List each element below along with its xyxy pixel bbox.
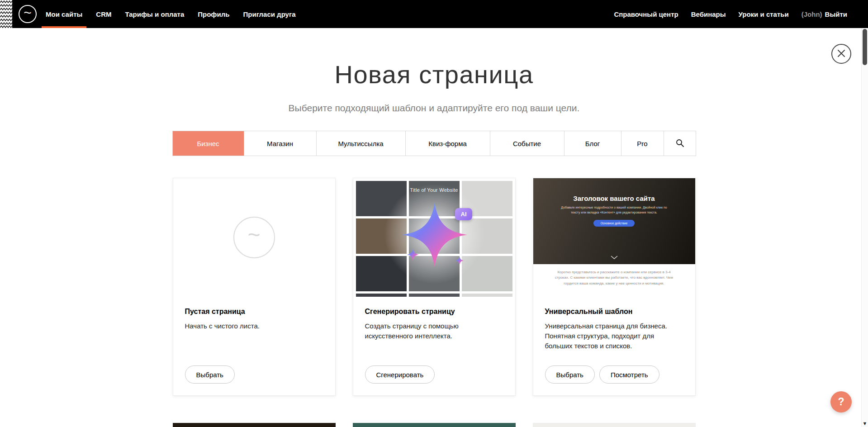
card-description: Создать страницу с помощью искусственног… xyxy=(365,321,503,341)
preview-hero-title: Заголовок вашего сайта xyxy=(573,195,655,202)
ai-badge: AI xyxy=(455,208,472,220)
template-category-tabs: Бизнес Магазин Мультиссылка Квиз-форма С… xyxy=(172,131,696,156)
secondary-menu: Справочный центр Вебинары Уроки и статьи… xyxy=(614,10,868,18)
tab-search[interactable] xyxy=(664,131,696,156)
tab-business[interactable]: Бизнес xyxy=(173,131,244,156)
generate-button[interactable]: Сгенерировать xyxy=(365,365,435,384)
template-card-partial[interactable] xyxy=(533,423,696,427)
close-icon xyxy=(837,49,845,59)
tab-multilink[interactable]: Мультиссылка xyxy=(316,131,405,156)
tab-blog[interactable]: Блог xyxy=(564,131,621,156)
choose-blank-button[interactable]: Выбрать xyxy=(185,365,235,384)
template-card-partial[interactable] xyxy=(173,423,336,427)
page-subtitle: Выберите подходящий шаблон и адаптируйте… xyxy=(289,103,580,114)
template-cards-row: ~ Пустая страница Начать с чистого листа… xyxy=(173,178,696,396)
page-title: Новая страница xyxy=(334,60,533,89)
blank-page-preview: ~ xyxy=(173,178,335,297)
next-template-row xyxy=(173,423,696,427)
tab-event[interactable]: Событие xyxy=(490,131,564,156)
template-card-blank[interactable]: ~ Пустая страница Начать с чистого листа… xyxy=(173,178,336,396)
nav-item-profile[interactable]: Профиль xyxy=(198,0,229,28)
scrollbar-thumb[interactable] xyxy=(863,29,867,65)
ai-generate-preview: Title of Your Website xyxy=(353,178,515,297)
card-title: Универсальный шаблон xyxy=(545,308,683,316)
preview-body-text: Коротко представьтесь и расскажите о ком… xyxy=(554,270,674,297)
preview-body: Коротко представьтесь и расскажите о ком… xyxy=(533,264,695,297)
template-card-partial[interactable] xyxy=(353,423,516,427)
nav-item-crm[interactable]: CRM xyxy=(96,0,111,28)
nav-item-help-center[interactable]: Справочный центр xyxy=(614,10,678,18)
preview-hero-subtitle: Добавьте интересные подробности о вашей … xyxy=(559,205,669,215)
nav-item-webinars[interactable]: Вебинары xyxy=(691,10,726,18)
template-card-ai-generate[interactable]: Title of Your Website xyxy=(353,178,516,396)
scrollbar-down-arrow-icon[interactable]: ▼ xyxy=(862,420,868,427)
card-title: Сгенерировать страницу xyxy=(365,308,503,316)
zigzag-pattern-icon xyxy=(0,0,12,28)
nav-item-invite-friend[interactable]: Пригласи друга xyxy=(243,0,295,28)
help-button[interactable]: ? xyxy=(830,391,852,413)
search-icon xyxy=(676,139,684,148)
card-description: Начать с чистого листа. xyxy=(185,321,323,331)
nav-item-my-sites[interactable]: Мои сайты xyxy=(46,0,82,28)
ai-sparkle-icon xyxy=(353,178,515,297)
tab-quiz-form[interactable]: Квиз-форма xyxy=(405,131,490,156)
choose-universal-button[interactable]: Выбрать xyxy=(545,365,595,384)
nav-item-lessons[interactable]: Уроки и статьи xyxy=(739,10,789,18)
tilda-watermark-icon: ~ xyxy=(233,217,275,258)
tab-pro[interactable]: Pro xyxy=(621,131,664,156)
scrollbar[interactable]: ▼ xyxy=(861,0,868,427)
template-card-universal[interactable]: Заголовок вашего сайта Добавьте интересн… xyxy=(533,178,696,396)
main-menu: Мои сайты CRM Тарифы и оплата Профиль Пр… xyxy=(46,0,296,28)
close-button[interactable] xyxy=(831,44,851,64)
new-page-modal: Новая страница Выберите подходящий шабло… xyxy=(0,28,868,427)
view-universal-button[interactable]: Посмотреть xyxy=(599,365,659,384)
tilda-logo-icon[interactable]: ~ xyxy=(19,5,37,23)
universal-template-preview: Заголовок вашего сайта Добавьте интересн… xyxy=(533,178,695,297)
card-description: Универсальная страница для бизнеса. Поня… xyxy=(545,321,683,351)
top-navbar: ~ Мои сайты CRM Тарифы и оплата Профиль … xyxy=(0,0,868,28)
chevron-down-icon xyxy=(611,253,618,261)
logout-link[interactable]: Выйти xyxy=(825,10,847,18)
tab-store[interactable]: Магазин xyxy=(244,131,316,156)
user-name: (John) xyxy=(802,10,822,18)
preview-hero-button: Основное действие xyxy=(593,220,635,227)
preview-hero: Заголовок вашего сайта Добавьте интересн… xyxy=(533,178,695,264)
user-logout[interactable]: (John) Выйти xyxy=(802,10,847,18)
nav-item-tariffs[interactable]: Тарифы и оплата xyxy=(125,0,184,28)
card-title: Пустая страница xyxy=(185,308,323,316)
